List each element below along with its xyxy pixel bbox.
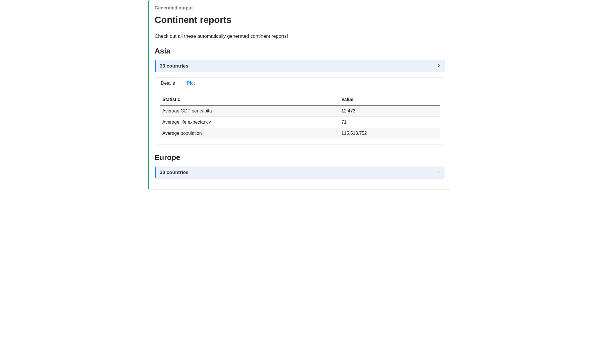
- expander-title: 33 countries: [160, 63, 188, 69]
- table-row: Average GDP per capita 12,473: [160, 105, 440, 117]
- generated-output-card: Generated output Continent reports Check…: [148, 0, 451, 190]
- intro-text: Check out all these automatically genera…: [155, 33, 445, 39]
- cell-stat: Average GDP per capita: [160, 105, 339, 117]
- cell-value: 71: [339, 117, 440, 128]
- table-header-row: Statistic Value: [160, 94, 440, 105]
- expander-title: 30 countries: [160, 170, 188, 175]
- cell-value: 115,513,752: [339, 128, 440, 139]
- header-value: Value: [339, 94, 440, 105]
- output-label: Generated output: [155, 5, 445, 11]
- cell-stat: Average population: [160, 128, 339, 139]
- section-title-europe: Europe: [155, 153, 445, 162]
- stats-table-asia: Statistic Value Average GDP per capita 1…: [160, 94, 440, 139]
- section-europe: Europe 30 countries: [155, 153, 445, 179]
- tab-plot[interactable]: Plot: [181, 78, 201, 89]
- section-asia: Asia 33 countries Details Plot Statistic…: [155, 47, 445, 145]
- chevron-right-icon: [437, 64, 441, 69]
- table-row: Average life expectancy 71: [160, 117, 440, 128]
- tabs-header: Details Plot: [155, 78, 445, 89]
- expander-asia-countries[interactable]: 33 countries: [155, 60, 445, 72]
- chevron-right-icon: [437, 170, 441, 175]
- cell-value: 12,473: [339, 105, 440, 117]
- table-row: Average population 115,513,752: [160, 128, 440, 139]
- section-title-asia: Asia: [155, 47, 445, 56]
- tab-details[interactable]: Details: [155, 78, 181, 89]
- cell-stat: Average life expectancy: [160, 117, 339, 128]
- header-statistic: Statistic: [160, 94, 339, 105]
- tabs-container-asia: Details Plot Statistic Value Average GDP…: [155, 77, 445, 145]
- expander-europe-countries[interactable]: 30 countries: [155, 167, 445, 179]
- page-title: Continent reports: [155, 15, 445, 28]
